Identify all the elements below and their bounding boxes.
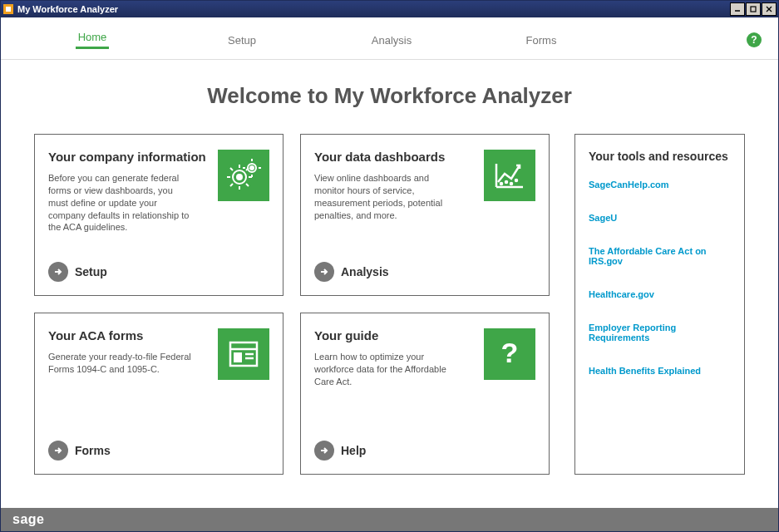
content-area: Your company information Before you can … [1, 134, 778, 491]
action-label: Analysis [341, 265, 389, 278]
tab-forms[interactable]: Forms [466, 29, 616, 52]
help-icon[interactable]: ? [747, 32, 762, 47]
sage-logo: sage [12, 512, 44, 527]
chart-icon [484, 150, 535, 201]
card-desc: Before you can generate federal forms or… [48, 172, 194, 234]
arrow-right-icon [314, 441, 334, 461]
action-label: Help [341, 444, 366, 457]
svg-point-24 [510, 183, 512, 185]
card-desc: Learn how to optimize your workforce dat… [314, 351, 460, 388]
card-desc: Generate your ready-to-file Federal Form… [48, 351, 194, 376]
svg-line-14 [230, 184, 233, 186]
link-healthcare-gov[interactable]: Healthcare.gov [589, 289, 731, 299]
help-button[interactable]: Help [314, 441, 535, 461]
svg-point-25 [515, 180, 517, 181]
arrow-right-icon [314, 262, 334, 282]
resources-title: Your tools and resources [589, 150, 731, 163]
tab-underline [76, 47, 109, 49]
titlebar: My Workforce Analyzer [1, 1, 778, 17]
svg-point-22 [500, 183, 502, 185]
svg-point-7 [237, 175, 242, 180]
question-icon: ? [484, 328, 535, 380]
app-icon [2, 3, 14, 15]
tab-setup[interactable]: Setup [167, 29, 317, 52]
tab-label: Home [78, 31, 107, 43]
tab-home[interactable]: Home [17, 26, 167, 54]
svg-line-12 [230, 168, 233, 170]
maximize-button[interactable] [746, 2, 761, 16]
card-title: Your ACA forms [48, 328, 194, 342]
gears-icon [218, 150, 269, 201]
card-title: Your data dashboards [314, 150, 460, 164]
card-title: Your company information [48, 150, 206, 164]
svg-line-13 [246, 184, 249, 186]
tab-label: Analysis [372, 34, 412, 47]
action-label: Setup [75, 265, 107, 278]
tab-label: Forms [526, 34, 557, 47]
tab-bar: Home Setup Analysis Forms ? [1, 17, 778, 60]
svg-rect-3 [751, 7, 756, 12]
cards-grid: Your company information Before you can … [34, 134, 550, 475]
svg-point-17 [250, 166, 254, 170]
link-sagecanhelp[interactable]: SageCanHelp.com [589, 180, 731, 190]
link-sageu[interactable]: SageU [589, 213, 731, 223]
svg-rect-28 [234, 352, 242, 362]
setup-button[interactable]: Setup [48, 262, 269, 282]
resources-panel: Your tools and resources SageCanHelp.com… [574, 134, 745, 475]
card-desc: View online dashboards and monitor hours… [314, 172, 460, 221]
link-aca-irs[interactable]: The Affordable Care Act on IRS.gov [589, 246, 731, 266]
card-data-dashboards: Your data dashboards View online dashboa… [300, 134, 550, 296]
tab-label: Setup [228, 34, 256, 47]
window-title: My Workforce Analyzer [17, 4, 118, 14]
link-employer-reporting[interactable]: Employer Reporting Requirements [589, 323, 731, 342]
arrow-right-icon [48, 441, 68, 461]
forms-button[interactable]: Forms [48, 441, 269, 461]
minimize-button[interactable] [730, 2, 745, 16]
analysis-button[interactable]: Analysis [314, 262, 535, 282]
svg-rect-1 [6, 7, 11, 12]
card-your-guide: Your guide Learn how to optimize your wo… [300, 313, 550, 475]
footer: sage [1, 508, 778, 531]
svg-text:?: ? [501, 337, 519, 368]
window-controls [729, 2, 777, 16]
svg-point-23 [505, 181, 507, 183]
action-label: Forms [75, 444, 111, 457]
tab-analysis[interactable]: Analysis [317, 29, 466, 52]
page-title: Welcome to My Workforce Analyzer [1, 83, 778, 109]
card-aca-forms: Your ACA forms Generate your ready-to-fi… [34, 313, 283, 475]
window-icon [218, 328, 269, 380]
card-company-info: Your company information Before you can … [34, 134, 283, 296]
app-window: My Workforce Analyzer Home Setup Analysi… [0, 0, 779, 532]
close-button[interactable] [762, 2, 777, 16]
link-health-benefits[interactable]: Health Benefits Explained [589, 366, 731, 376]
arrow-right-icon [48, 262, 68, 282]
card-title: Your guide [314, 328, 460, 342]
